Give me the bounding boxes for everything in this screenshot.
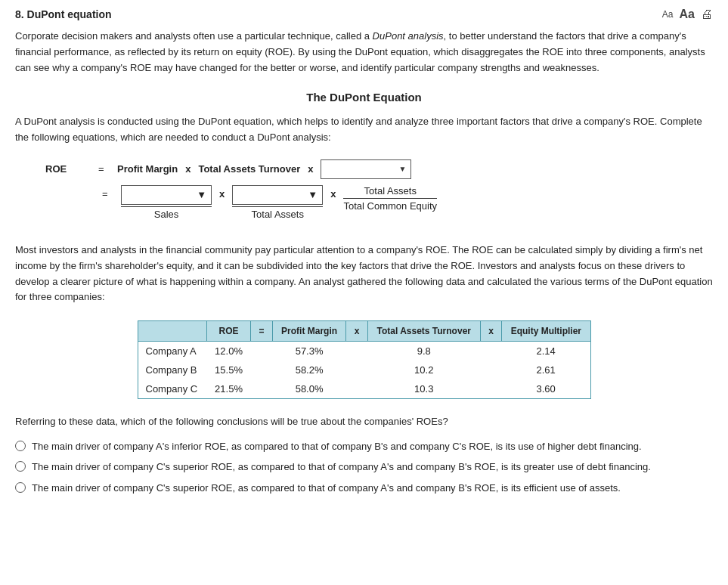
fraction-2: ▼ Total Assets xyxy=(232,185,323,220)
cell-profit-margin: 58.0% xyxy=(272,379,345,399)
table-row: Company C 21.5% 58.0% 10.3 3.60 xyxy=(138,379,590,399)
question-text: Referring to these data, which of the fo… xyxy=(15,414,713,430)
multiply-sign-1: x xyxy=(185,163,191,175)
cell-tat: 10.2 xyxy=(367,361,480,379)
equals-sign-2: = xyxy=(102,188,113,200)
cell-profit-margin: 57.3% xyxy=(272,342,345,361)
equation-area: ROE = Profit Margin x Total Assets Turno… xyxy=(45,159,713,220)
page-header: 8. DuPont equation Aa Aa 🖨 xyxy=(15,8,713,21)
dupont-analysis-italic: DuPont analysis xyxy=(373,30,444,42)
answer-option-3[interactable]: The main driver of company C's superior … xyxy=(15,481,713,496)
cell-eq xyxy=(251,342,273,361)
fraction-line-2 xyxy=(232,206,323,207)
col-header-company xyxy=(138,321,206,342)
total-assets-turnover-label: Total Assets Turnover xyxy=(198,163,300,175)
page-title: 8. DuPont equation xyxy=(15,8,112,20)
col-header-x1: x xyxy=(346,321,367,342)
option-text-1: The main driver of company A's inferior … xyxy=(32,439,642,454)
cell-x2 xyxy=(480,342,501,361)
cell-eq xyxy=(251,379,273,399)
dropdown-1[interactable]: ▼ xyxy=(121,185,212,205)
total-common-equity-label: Total Common Equity xyxy=(343,200,437,212)
profit-margin-label: Profit Margin xyxy=(117,163,178,175)
total-assets-denom-label: Total Assets xyxy=(252,209,304,220)
fraction-line-1 xyxy=(121,206,212,207)
radio-button-3[interactable] xyxy=(15,482,26,493)
option-text-2: The main driver of company C's superior … xyxy=(32,460,651,475)
cell-roe: 15.5% xyxy=(206,361,250,379)
radio-button-2[interactable] xyxy=(15,461,26,472)
equation-row-2: = ▼ Sales x ▼ Total Assets x Total Asset… xyxy=(102,185,713,220)
print-icon[interactable]: 🖨 xyxy=(701,8,713,21)
cell-x1 xyxy=(346,361,367,379)
equals-sign-1: = xyxy=(98,163,110,175)
col-header-profit-margin: Profit Margin xyxy=(272,321,345,342)
table-header-row: ROE = Profit Margin x Total Assets Turno… xyxy=(138,321,590,342)
cell-tat: 10.3 xyxy=(367,379,480,399)
table-row: Company A 12.0% 57.3% 9.8 2.14 xyxy=(138,342,590,361)
dropdown-3[interactable]: ▼ xyxy=(321,159,411,179)
cell-x1 xyxy=(346,342,367,361)
font-controls[interactable]: Aa Aa 🖨 xyxy=(662,8,713,21)
font-small-button[interactable]: Aa xyxy=(662,9,674,20)
multiply-sign-row2-2: x xyxy=(330,188,336,200)
col-header-x2: x xyxy=(480,321,501,342)
answer-option-1[interactable]: The main driver of company A's inferior … xyxy=(15,439,713,454)
col-header-roe: ROE xyxy=(206,321,250,342)
col-header-tat: Total Assets Turnover xyxy=(367,321,480,342)
option-text-3: The main driver of company C's superior … xyxy=(32,481,621,496)
cell-x1 xyxy=(346,379,367,399)
intro-paragraph: Corporate decision makers and analysts o… xyxy=(15,29,713,76)
cell-tat: 9.8 xyxy=(367,342,480,361)
multiply-sign-2: x xyxy=(308,163,313,175)
cell-profit-margin: 58.2% xyxy=(272,361,345,379)
cell-eq xyxy=(251,361,273,379)
total-assets-numerator: Total Assets xyxy=(364,185,417,197)
cell-x2 xyxy=(480,361,501,379)
chevron-down-icon-2: ▼ xyxy=(308,189,318,200)
col-header-eq: = xyxy=(251,321,273,342)
multiply-sign-row2-1: x xyxy=(219,188,225,200)
radio-button-1[interactable] xyxy=(15,441,26,451)
cell-equity-multiplier: 2.61 xyxy=(502,361,590,379)
dupont-intro-text: A DuPont analysis is conducted using the… xyxy=(15,114,713,146)
data-table-wrapper: ROE = Profit Margin x Total Assets Turno… xyxy=(138,320,591,399)
font-large-button[interactable]: Aa xyxy=(680,8,695,21)
col-header-equity-multiplier: Equity Multiplier xyxy=(502,321,590,342)
cell-company: Company A xyxy=(138,342,206,361)
answer-options: The main driver of company A's inferior … xyxy=(15,439,713,496)
cell-roe: 21.5% xyxy=(206,379,250,399)
cell-x2 xyxy=(480,379,501,399)
roe-label: ROE xyxy=(45,163,91,175)
intro-text-1: Corporate decision makers and analysts o… xyxy=(15,30,373,42)
cell-company: Company C xyxy=(138,379,206,399)
equation-row-1: ROE = Profit Margin x Total Assets Turno… xyxy=(45,159,713,179)
section-title: The DuPont Equation xyxy=(15,91,713,104)
cell-equity-multiplier: 2.14 xyxy=(502,342,590,361)
cell-company: Company B xyxy=(138,361,206,379)
dupont-table: ROE = Profit Margin x Total Assets Turno… xyxy=(138,320,591,399)
cell-equity-multiplier: 3.60 xyxy=(502,379,590,399)
sales-label: Sales xyxy=(154,209,179,220)
mid-paragraph: Most investors and analysts in the finan… xyxy=(15,243,713,305)
dropdown-2[interactable]: ▼ xyxy=(232,185,323,205)
fraction-3: Total Assets Total Common Equity xyxy=(343,185,437,212)
fraction-line-3 xyxy=(343,198,437,199)
chevron-down-icon-3: ▼ xyxy=(399,165,407,173)
answer-option-2[interactable]: The main driver of company C's superior … xyxy=(15,460,713,475)
chevron-down-icon-1: ▼ xyxy=(197,189,206,200)
fraction-1: ▼ Sales xyxy=(121,185,212,220)
cell-roe: 12.0% xyxy=(206,342,250,361)
table-row: Company B 15.5% 58.2% 10.2 2.61 xyxy=(138,361,590,379)
